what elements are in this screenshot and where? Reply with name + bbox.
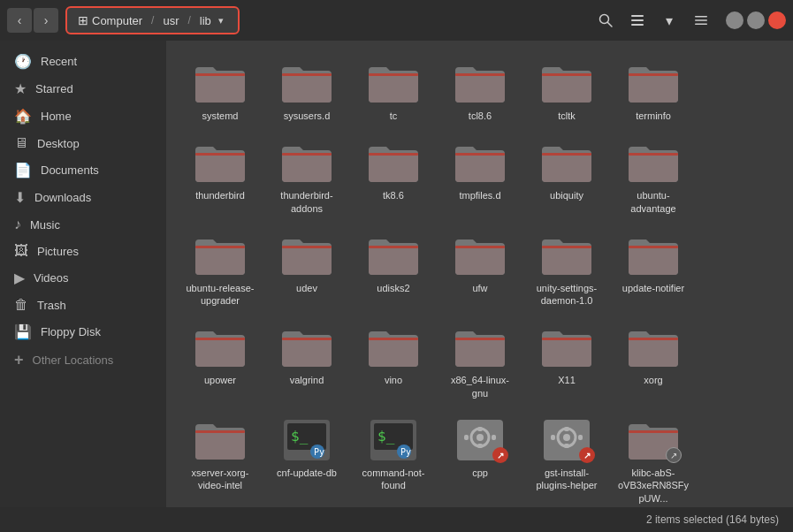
file-item-gst[interactable]: ↗ gst-install-plugins-helper [527,412,606,507]
svg-rect-2 [631,15,644,17]
sidebar-item-floppy[interactable]: 💾 Floppy Disk [0,318,166,346]
file-item-tc[interactable]: tc [354,55,433,127]
file-item-sysusers[interactable]: sysusers.d [267,55,347,127]
sidebar-item-videos[interactable]: ▶ Videos [0,264,166,292]
breadcrumb-dropdown[interactable]: ▾ [215,13,227,28]
svg-rect-7 [695,24,707,26]
sidebar-item-recent[interactable]: 🕐 Recent [0,48,166,75]
svg-rect-16 [369,153,418,156]
file-item-tcl86[interactable]: tcl8.6 [440,55,520,127]
sidebar-label-home: Home [41,110,72,123]
file-label: update-notifier [622,282,684,294]
svg-rect-10 [369,73,418,76]
svg-text:$_: $_ [377,428,395,445]
folder-icon-systemd [192,60,248,106]
sidebar-item-desktop[interactable]: 🖥 Desktop [0,130,166,156]
window-controls: — □ ✕ [726,11,786,29]
script-icon-cnf2: $_ Py [365,417,422,463]
file-item-thunderbird[interactable]: thunderbird [180,134,260,220]
folder-icon-thunderbird-addons [278,140,335,186]
breadcrumb-bar: ⊞ Computer / usr / lib ▾ [65,6,240,34]
file-label: thunderbird-addons [271,189,343,215]
file-item-tcltk[interactable]: tcltk [527,55,606,127]
file-label: x86_64-linux-gnu [444,374,516,399]
file-item-x86[interactable]: x86_64-linux-gnu [440,319,520,405]
forward-button[interactable]: › [34,8,58,33]
maximize-button[interactable]: □ [747,11,765,29]
file-item-ubiquity[interactable]: ubiquity [527,134,606,220]
file-item-tk86[interactable]: tk8.6 [354,134,433,220]
svg-rect-28 [369,338,418,340]
sidebar-item-music[interactable]: ♪ Music [0,211,166,238]
sidebar-label-trash: Trash [37,299,66,312]
file-item-udev[interactable]: udev [267,227,347,313]
svg-rect-27 [282,338,332,340]
sidebar-item-starred[interactable]: ★ Starred [0,75,166,103]
file-item-upower[interactable]: upower [180,319,260,405]
file-item-tmpfiles[interactable]: tmpfiles.d [440,134,520,220]
file-item-ubuntu-release-upgrader[interactable]: ubuntu-release-upgrader [180,227,260,313]
file-item-systemd[interactable]: systemd [180,55,260,127]
file-item-cnf-update-db[interactable]: $_ Py cnf-update-db [267,412,347,507]
file-label: ubuntu-advantage [617,189,690,215]
sidebar-item-pictures[interactable]: 🖼 Pictures [0,238,166,264]
statusbar: 2 items selected (164 bytes) [0,507,793,532]
sidebar-label-desktop: Desktop [37,137,80,150]
sidebar-item-home[interactable]: 🏠 Home [0,103,166,130]
file-item-klibc[interactable]: ↗ klibc-abS-oVB3xeRN8SFypUW... [614,412,693,507]
music-icon: ♪ [14,217,21,232]
file-item-unity-settings[interactable]: unity-settings-daemon-1.0 [527,227,606,313]
list-view-icon [629,12,645,28]
file-item-update-notifier[interactable]: update-notifier [614,227,693,313]
svg-rect-22 [369,246,418,248]
svg-rect-14 [195,153,245,156]
sidebar-item-documents[interactable]: 📄 Documents [0,156,166,184]
svg-text:Py: Py [314,447,324,457]
svg-rect-32 [195,430,245,433]
breadcrumb-sep-1: / [151,14,154,27]
sidebar-item-trash[interactable]: 🗑 Trash [0,292,166,318]
computer-icon: ⊞ [78,13,88,27]
main-container: 🕐 Recent ★ Starred 🏠 Home 🖥 Desktop 📄 Do… [0,41,793,507]
list-view-button[interactable] [623,6,652,34]
svg-rect-54 [564,444,569,448]
sidebar-item-downloads[interactable]: ⬇ Downloads [0,184,166,211]
folder-icon-tc [365,60,422,106]
sidebar-label-music: Music [30,218,60,232]
file-grid: systemd sysusers.d tc tcl8.6 [180,55,779,507]
breadcrumb-usr[interactable]: usr [156,12,186,29]
svg-rect-13 [629,73,678,76]
sidebar-label-recent: Recent [41,55,77,68]
menu-button[interactable] [687,6,715,34]
file-item-udisks2[interactable]: udisks2 [354,227,433,313]
search-button[interactable] [591,6,620,34]
titlebar: ‹ › ⊞ Computer / usr / lib ▾ [0,0,793,41]
file-item-terminfo[interactable]: terminfo [614,55,693,127]
file-label: xorg [644,374,662,386]
file-item-vino[interactable]: vino [354,319,433,405]
file-item-xorg[interactable]: xorg [614,319,693,405]
file-item-valgrind[interactable]: valgrind [267,319,347,405]
view-options-button[interactable]: ▾ [655,6,683,34]
file-item-xserver[interactable]: xserver-xorg-video-intel [180,412,260,507]
file-area: systemd sysusers.d tc tcl8.6 [166,41,793,507]
file-item-cpp[interactable]: ↗ cpp [440,412,520,507]
minimize-button[interactable]: — [726,11,743,29]
svg-rect-18 [542,153,591,156]
folder-icon-ubuntu-release [192,232,248,278]
file-item-X11[interactable]: X11 [527,319,606,405]
back-button[interactable]: ‹ [7,8,32,33]
sidebar-item-other-locations[interactable]: + Other Locations [0,346,166,375]
file-item-thunderbird-addons[interactable]: thunderbird-addons [267,134,347,220]
file-item-command-not-found[interactable]: $_ Py command-not-found [354,412,433,507]
close-button[interactable]: ✕ [768,11,786,29]
file-item-ubuntu-advantage[interactable]: ubuntu-advantage [614,134,693,220]
folder-link-icon-klibc: ↗ [625,417,682,463]
breadcrumb-lib[interactable]: lib ▾ [193,11,234,30]
file-label: terminfo [636,110,671,122]
file-label: tcl8.6 [469,110,492,122]
file-item-ufw[interactable]: ufw [440,227,520,313]
folder-icon-vino [365,324,422,370]
breadcrumb-computer[interactable]: ⊞ Computer [71,11,149,29]
svg-rect-49 [492,435,496,440]
